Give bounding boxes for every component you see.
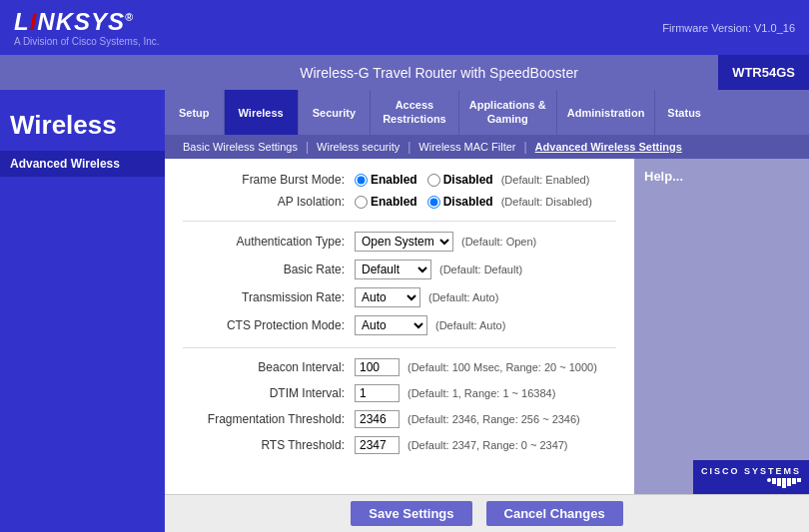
label-cts: CTS Protection Mode: — [183, 318, 355, 332]
form-row-ap-isolation: AP Isolation: Enabled Disabled (Default:… — [183, 195, 616, 209]
bottom-bar: Save Settings Cancel Changes — [165, 494, 809, 532]
default-ap-isolation: (Default: Disabled) — [501, 196, 592, 208]
form-row-frag: Fragmentation Threshold: 2346 (Default: … — [183, 410, 616, 428]
default-auth-type: (Default: Open) — [461, 236, 536, 248]
default-cts: (Default: Auto) — [435, 319, 505, 331]
radio-frame-burst-disabled-input[interactable] — [427, 174, 440, 187]
select-basic-rate[interactable]: Default 1-2 Mbps All — [355, 260, 431, 279]
sub-nav-security[interactable]: Wireless security — [309, 141, 407, 153]
label-frame-burst: Frame Burst Mode: — [183, 173, 355, 187]
input-frag[interactable]: 2346 — [355, 410, 400, 428]
nav-tabs: Setup Wireless Security AccessRestrictio… — [165, 90, 809, 135]
default-beacon: (Default: 100 Msec, Range: 20 ~ 1000) — [407, 361, 597, 373]
sub-nav: Basic Wireless Settings | Wireless secur… — [165, 135, 809, 159]
logo-sub: A Division of Cisco Systems, Inc. — [14, 36, 160, 47]
label-rts: RTS Threshold: — [183, 438, 355, 452]
form-row-transmission-rate: Transmission Rate: Auto 1 Mbps 2 Mbps (D… — [183, 287, 616, 307]
select-transmission-rate[interactable]: Auto 1 Mbps 2 Mbps — [355, 287, 420, 307]
form-row-auth-type: Authentication Type: Open System Shared … — [183, 232, 616, 252]
form-row-rts: RTS Threshold: 2347 (Default: 2347, Rang… — [183, 436, 616, 454]
tab-security[interactable]: Security — [299, 90, 371, 135]
divider1 — [183, 221, 616, 222]
default-transmission-rate: (Default: Auto) — [428, 291, 498, 303]
label-dtim: DTIM Interval: — [183, 386, 355, 400]
default-basic-rate: (Default: Default) — [439, 264, 522, 275]
default-frame-burst: (Default: Enabled) — [501, 174, 590, 186]
sub-nav-mac-filter[interactable]: Wireless MAC Filter — [410, 141, 523, 153]
label-auth-type: Authentication Type: — [183, 235, 355, 249]
form-row-dtim: DTIM Interval: 1 (Default: 1, Range: 1 ~… — [183, 384, 616, 402]
help-text: Help... — [644, 169, 799, 184]
form-row-beacon: Beacon Interval: 100 (Default: 100 Msec,… — [183, 358, 616, 376]
input-dtim[interactable]: 1 — [355, 384, 400, 402]
product-bar: Wireless-G Travel Router with SpeedBoost… — [0, 55, 809, 90]
tab-administration[interactable]: Administration — [557, 90, 656, 135]
header: LINKSYS® A Division of Cisco Systems, In… — [0, 0, 809, 55]
cisco-text: CISCO SYSTEMS — [701, 466, 801, 476]
tab-wireless[interactable]: Wireless — [225, 90, 299, 135]
cisco-bars — [767, 478, 801, 488]
tab-access-restrictions[interactable]: AccessRestrictions — [371, 90, 459, 135]
form-row-basic-rate: Basic Rate: Default 1-2 Mbps All (Defaul… — [183, 260, 616, 279]
default-dtim: (Default: 1, Range: 1 ~ 16384) — [407, 387, 555, 399]
save-button[interactable]: Save Settings — [351, 501, 471, 526]
radio-ap-enabled-input[interactable] — [355, 196, 368, 209]
default-rts: (Default: 2347, Range: 0 ~ 2347) — [407, 439, 568, 451]
firmware-version: Firmware Version: V1.0_16 — [662, 22, 795, 34]
tab-status[interactable]: Status — [655, 90, 713, 135]
sub-nav-advanced[interactable]: Advanced Wireless Settings — [527, 141, 690, 153]
cisco-logo-area: CISCO SYSTEMS — [693, 460, 809, 494]
product-name: Wireless-G Travel Router with SpeedBoost… — [0, 65, 718, 81]
sub-nav-basic[interactable]: Basic Wireless Settings — [175, 141, 306, 153]
model-badge: WTR54GS — [718, 55, 809, 90]
label-transmission-rate: Transmission Rate: — [183, 290, 355, 304]
cancel-button[interactable]: Cancel Changes — [486, 501, 623, 526]
radio-frame-burst-disabled[interactable]: Disabled — [427, 173, 493, 187]
select-auth-type[interactable]: Open System Shared Key — [355, 232, 453, 252]
default-frag: (Default: 2346, Range: 256 ~ 2346) — [407, 413, 580, 425]
radio-ap-enabled[interactable]: Enabled — [355, 195, 417, 209]
radio-frame-burst-enabled-input[interactable] — [355, 174, 368, 187]
content-main: Frame Burst Mode: Enabled Disabled (Defa… — [165, 159, 634, 494]
label-enabled-frame: Enabled — [371, 173, 417, 187]
radio-ap-disabled[interactable]: Disabled — [427, 195, 493, 209]
select-cts[interactable]: Auto Disabled — [355, 315, 427, 335]
sidebar: Wireless Advanced Wireless — [0, 90, 165, 532]
logo: LINKSYS® — [14, 8, 160, 36]
label-disabled-frame: Disabled — [443, 173, 493, 187]
tab-setup[interactable]: Setup — [165, 90, 225, 135]
input-rts[interactable]: 2347 — [355, 436, 400, 454]
label-disabled-ap: Disabled — [443, 195, 493, 209]
logo-area: LINKSYS® A Division of Cisco Systems, In… — [14, 8, 160, 47]
label-beacon: Beacon Interval: — [183, 360, 355, 374]
form-row-frame-burst: Frame Burst Mode: Enabled Disabled (Defa… — [183, 173, 616, 187]
form-row-cts: CTS Protection Mode: Auto Disabled (Defa… — [183, 315, 616, 335]
radio-frame-burst-enabled[interactable]: Enabled — [355, 173, 417, 187]
label-frag: Fragmentation Threshold: — [183, 412, 355, 426]
tab-applications-gaming[interactable]: Applications &Gaming — [459, 90, 557, 135]
divider2 — [183, 347, 616, 348]
sidebar-title: Wireless — [0, 90, 165, 151]
label-basic-rate: Basic Rate: — [183, 263, 355, 276]
label-ap-isolation: AP Isolation: — [183, 195, 355, 209]
input-beacon[interactable]: 100 — [355, 358, 400, 376]
label-enabled-ap: Enabled — [371, 195, 417, 209]
sidebar-subtitle: Advanced Wireless — [0, 151, 165, 177]
radio-ap-disabled-input[interactable] — [427, 196, 440, 209]
help-panel: Help... CISCO SYSTEMS — [634, 159, 809, 494]
